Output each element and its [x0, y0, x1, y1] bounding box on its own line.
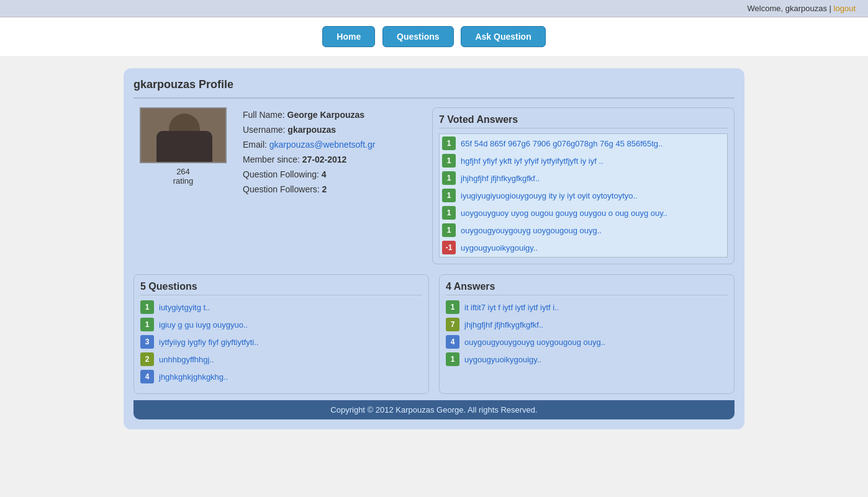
question-following-row: Question Following: 4 [243, 169, 422, 179]
username-value: gkarpouzas [287, 125, 336, 135]
questions-button[interactable]: Questions [382, 26, 453, 47]
item-link[interactable]: uygougyuoikygouigy.. [461, 243, 538, 253]
vote-badge: 1 [442, 154, 456, 168]
vote-badge: 1 [442, 223, 456, 237]
username-label: Username: [243, 125, 285, 135]
item-link[interactable]: hgfjhf yfiyf ykft iyf yfyif iytfyifytfjy… [461, 156, 604, 166]
bottom-sections: 5 Questions 1iutygiytgyitg t..1igiuy g g… [133, 274, 735, 394]
voted-answers-scroll[interactable]: 165f 54d 865f 967g6 7906 g076g078gh 76g … [439, 133, 728, 257]
full-name-label: Full Name: [243, 110, 285, 120]
avatar-area: 264 rating [133, 107, 233, 264]
item-link[interactable]: ouygougyouygouуg uoygougoug ouyg.. [461, 226, 602, 235]
list-item: 1igiuy g gu iuyg ouygyuo.. [140, 318, 422, 331]
vote-badge: 1 [442, 189, 456, 202]
list-item: 1hgfjhf yfiyf ykft iyf yfyif iytfyifytfj… [442, 154, 725, 168]
list-item: 4ouygougyouygouуg uoygougoug ouyg.. [446, 335, 728, 349]
list-item: 1uoygouyguoy uyog ougou gouyg ouygou o o… [442, 206, 725, 220]
member-since-row: Member since: 27-02-2012 [243, 154, 422, 164]
email-link[interactable]: gkarpouzas@webnetsoft.gr [269, 140, 376, 150]
list-item: 2unhhbgyffhhgj.. [140, 352, 422, 366]
email-row: Email: gkarpouzas@webnetsoft.gr [243, 140, 422, 150]
rating-number: 264 [176, 167, 190, 176]
list-item: -1uygougyuoikygouigy.. [442, 241, 725, 254]
question-following-value: 4 [322, 169, 327, 179]
member-since-label: Member since: [243, 154, 300, 164]
ask-question-button[interactable]: Ask Question [461, 26, 545, 47]
questions-title: 5 Questions [140, 281, 422, 295]
vote-badge: 4 [446, 335, 459, 349]
vote-badge: 1 [442, 137, 456, 150]
home-button[interactable]: Home [322, 26, 375, 47]
list-item: 1uygougyuoikygouigy.. [446, 352, 728, 366]
list-item: 1iutygiytgyitg t.. [140, 300, 422, 314]
vote-badge: 4 [140, 370, 154, 383]
logout-link[interactable]: logout [834, 4, 856, 13]
item-link[interactable]: iytfyiiyg iygfiy fiyf giyftiytfyti.. [159, 338, 258, 347]
question-followers-value: 2 [322, 184, 327, 194]
top-bar: Welcome, gkarpouzas | logout [0, 0, 868, 17]
question-following-label: Question Following: [243, 169, 319, 179]
item-link[interactable]: 65f 54d 865f 967g6 7906 g076g078gh 76g 4… [461, 139, 662, 148]
list-item: 1it iftit7 iyt f iytf iytf iytf iytf i.. [446, 300, 728, 314]
item-link[interactable]: jhjhgfjhf jfjhfkygfkgfkf.. [464, 320, 543, 329]
full-name-value: George Karpouzas [287, 110, 364, 120]
profile-left: 264 rating Full Name: George Karpouzas U… [133, 107, 422, 264]
avatar [140, 107, 227, 163]
main-container: gkarpouzas Profile 264 rating Full Name:… [124, 68, 744, 429]
nav-bar: Home Questions Ask Question [0, 17, 868, 56]
questions-list: 1iutygiytgyitg t..1igiuy g gu iuyg ouygy… [140, 300, 422, 383]
list-item: 4jhghkghkjghkgkhg.. [140, 370, 422, 383]
answers-panel: 4 Answers 1it iftit7 iyt f iytf iytf iyt… [439, 274, 735, 394]
vote-badge: 1 [446, 352, 459, 366]
page-title: gkarpouzas Profile [133, 78, 735, 99]
answers-title: 4 Answers [446, 281, 728, 295]
item-link[interactable]: igiuy g gu iuyg ouygyuo.. [159, 320, 248, 329]
email-label: Email: [243, 140, 267, 150]
full-name-row: Full Name: George Karpouzas [243, 110, 422, 120]
question-followers-label: Question Followers: [243, 184, 320, 194]
member-since-value: 27-02-2012 [302, 154, 347, 164]
rating-display: 264 rating [173, 167, 194, 186]
vote-badge: 1 [442, 206, 456, 220]
welcome-text: Welcome, gkarpouzas | [748, 4, 831, 13]
list-item: 1jhjhgfjhf jfjhfkygfkgfkf.. [442, 171, 725, 185]
vote-badge: 1 [140, 300, 154, 314]
voted-answers-panel: 7 Voted Answers 165f 54d 865f 967g6 7906… [432, 107, 735, 264]
list-item: 165f 54d 865f 967g6 7906 g076g078gh 76g … [442, 137, 725, 150]
vote-badge: 3 [140, 335, 154, 349]
username-row: Username: gkarpouzas [243, 125, 422, 135]
item-link[interactable]: ouygougyouygouуg uoygougoug ouyg.. [464, 338, 605, 347]
profile-info: Full Name: George Karpouzas Username: gk… [243, 107, 422, 264]
item-link[interactable]: uoygouyguoy uyog ougou gouyg ouygou o ou… [461, 208, 667, 218]
item-link[interactable]: uygougyuoikygouigy.. [464, 355, 541, 364]
item-link[interactable]: iutygiytgyitg t.. [159, 303, 210, 312]
question-followers-row: Question Followers: 2 [243, 184, 422, 194]
list-item: 1iyugiyugiyuogiouygouyg ity iy iyt oyit … [442, 189, 725, 202]
item-link[interactable]: it iftit7 iyt f iytf iytf iytf iytf i.. [464, 303, 559, 312]
item-link[interactable]: unhhbgyffhhgj.. [159, 355, 214, 364]
list-item: 1ouygougyouygouуg uoygougoug ouyg.. [442, 223, 725, 237]
vote-badge: 1 [442, 171, 456, 185]
vote-badge: 2 [140, 352, 154, 366]
vote-badge: 1 [446, 300, 459, 314]
questions-panel: 5 Questions 1iutygiytgyitg t..1igiuy g g… [133, 274, 429, 394]
item-link[interactable]: jhjhgfjhf jfjhfkygfkgfkf.. [461, 174, 540, 183]
answers-list: 1it iftit7 iyt f iytf iytf iytf iytf i..… [446, 300, 728, 366]
top-content: 264 rating Full Name: George Karpouzas U… [133, 107, 735, 264]
rating-label: rating [173, 176, 194, 186]
list-item: 3iytfyiiyg iygfiy fiyf giyftiytfyti.. [140, 335, 422, 349]
item-link[interactable]: iyugiyugiyuogiouygouyg ity iy iyt oyit o… [461, 191, 638, 200]
vote-badge: -1 [442, 241, 456, 254]
footer: Copyright © 2012 Karpouzas George. All r… [133, 400, 735, 419]
vote-badge: 1 [140, 318, 154, 331]
footer-text: Copyright © 2012 Karpouzas George. All r… [330, 405, 537, 414]
voted-answers-title: 7 Voted Answers [439, 114, 728, 128]
item-link[interactable]: jhghkghkjghkgkhg.. [159, 372, 228, 382]
list-item: 7jhjhgfjhf jfjhfkygfkgfkf.. [446, 318, 728, 331]
vote-badge: 7 [446, 318, 459, 331]
